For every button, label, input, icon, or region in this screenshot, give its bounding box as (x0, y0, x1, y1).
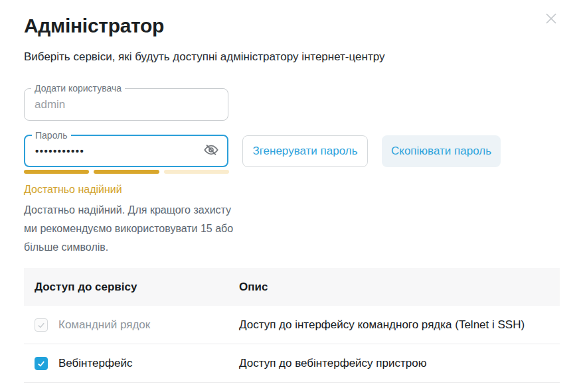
page-title: Адміністратор (24, 15, 164, 37)
table-row-cli: Командний рядок Доступ до інтерфейсу ком… (24, 306, 560, 344)
service-description: Доступ до вебінтерфейсу пристрою (239, 357, 560, 370)
service-description: Доступ до інтерфейсу командного рядка (T… (239, 318, 560, 332)
strength-hint-text: Достатньо надійний. Для кращого захисту … (24, 201, 246, 257)
administrator-dialog: Адміністратор Виберіть сервіси, які буду… (0, 0, 583, 392)
service-name: Командний рядок (58, 318, 150, 332)
show-password-button[interactable] (203, 143, 219, 159)
strength-segment (94, 170, 159, 174)
password-field: Пароль (24, 135, 228, 167)
strength-segment (24, 170, 89, 174)
password-strength-meter (24, 170, 229, 174)
password-input[interactable] (25, 136, 227, 166)
service-name: Вебінтерфейс (58, 357, 132, 370)
eye-off-icon (204, 143, 218, 160)
header-description: Опис (239, 281, 560, 294)
copy-password-button[interactable]: Скопіювати пароль (382, 135, 501, 167)
close-icon (543, 11, 559, 29)
close-button[interactable] (542, 11, 560, 29)
header-service-access: Доступ до сервісу (24, 281, 239, 294)
services-table: Доступ до сервісу Опис Командний рядок Д… (24, 268, 560, 383)
strength-segment (164, 170, 229, 174)
table-header-row: Доступ до сервісу Опис (24, 268, 560, 306)
webui-checkbox[interactable] (35, 357, 48, 370)
strength-level-label: Достатньо надійний (24, 184, 122, 196)
generate-password-button[interactable]: Згенерувати пароль (242, 135, 368, 167)
dialog-subtitle: Виберіть сервіси, які будуть доступні ад… (24, 50, 384, 64)
username-field: Додати користувача (24, 88, 228, 121)
table-row-webui: Вебінтерфейс Доступ до вебінтерфейсу при… (24, 344, 560, 383)
username-input (25, 89, 228, 120)
cli-checkbox (35, 318, 48, 332)
